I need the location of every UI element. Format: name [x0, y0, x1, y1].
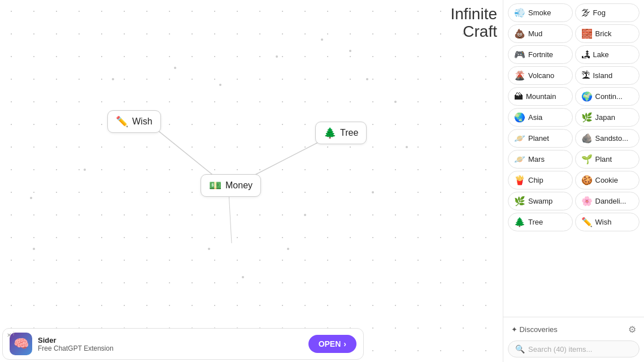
- discoveries-label: ✦ Discoveries: [511, 325, 558, 334]
- sidebar-item-tree[interactable]: 🌲Tree: [508, 213, 573, 231]
- search-bar[interactable]: 🔍: [508, 341, 639, 357]
- node-wish-emoji: ✏️: [116, 115, 128, 128]
- canvas-area[interactable]: Infinite Craft: [0, 0, 503, 362]
- sidebar-item-label: Mud: [528, 29, 542, 38]
- sidebar-item-mars[interactable]: 🪐Mars: [508, 150, 573, 169]
- sidebar-item-wish[interactable]: ✏️Wish: [575, 213, 640, 231]
- sidebar-item-label: Wish: [595, 218, 612, 226]
- sidebar-item-asia[interactable]: 🌏Asia: [508, 108, 573, 127]
- sidebar: 💨Smoke🌫Fog💩Mud🧱Brick🎮Fortnite🏞Lake🌋Volca…: [503, 0, 644, 362]
- search-icon: 🔍: [515, 344, 525, 354]
- sidebar-item-brick[interactable]: 🧱Brick: [575, 24, 640, 43]
- sidebar-item-smoke[interactable]: 💨Smoke: [508, 3, 573, 22]
- sidebar-item-emoji: 🎮: [514, 49, 525, 60]
- app-container: Infinite Craft: [0, 0, 644, 362]
- sidebar-item-label: Chip: [528, 176, 543, 184]
- svg-point-13: [30, 197, 32, 199]
- sidebar-item-label: Cookie: [595, 176, 618, 184]
- sidebar-item-label: Plant: [595, 155, 612, 163]
- sidebar-footer: ✦ Discoveries ⚙ 🔍: [503, 317, 644, 362]
- node-money-emoji: 💵: [209, 179, 221, 192]
- sidebar-item-dandeli[interactable]: 🌸Dandeli...: [575, 192, 640, 210]
- sidebar-item-label: Mars: [528, 155, 545, 163]
- sidebar-row-9: 🌿Swamp🌸Dandeli...: [508, 192, 639, 210]
- sidebar-item-label: Mountain: [526, 92, 556, 101]
- sidebar-item-mud[interactable]: 💩Mud: [508, 24, 573, 43]
- sidebar-item-emoji: 🏝: [581, 71, 590, 81]
- ad-text: Sider Free ChatGPT Extension: [38, 336, 303, 352]
- sidebar-item-fortnite[interactable]: 🎮Fortnite: [508, 45, 573, 64]
- sidebar-item-label: Smoke: [528, 8, 551, 17]
- logo-area: Infinite Craft: [451, 6, 498, 41]
- sidebar-items-list[interactable]: 💨Smoke🌫Fog💩Mud🧱Brick🎮Fortnite🏞Lake🌋Volca…: [503, 0, 644, 317]
- svg-point-18: [219, 84, 221, 86]
- sidebar-item-label: Planet: [528, 134, 549, 143]
- settings-icon[interactable]: ⚙: [628, 324, 636, 335]
- node-money-label: Money: [225, 180, 253, 191]
- ad-close-button[interactable]: ✕: [5, 331, 13, 339]
- sidebar-item-label: Dandeli...: [595, 197, 626, 205]
- sidebar-item-label: Volcano: [528, 71, 554, 80]
- sidebar-item-emoji: 🍟: [514, 175, 525, 186]
- search-input[interactable]: [528, 345, 632, 354]
- ad-open-button[interactable]: OPEN ›: [308, 335, 356, 353]
- sidebar-item-sandsto[interactable]: 🪨Sandsto...: [575, 129, 640, 148]
- sidebar-item-emoji: 🌍: [581, 91, 593, 102]
- ad-banner: ✕ i 🧠 Sider Free ChatGPT Extension OPEN …: [2, 328, 364, 360]
- sidebar-row-7: 🪐Mars🌱Plant: [508, 150, 639, 169]
- sidebar-item-fog[interactable]: 🌫Fog: [575, 3, 640, 22]
- logo-line2: Craft: [451, 23, 498, 41]
- node-tree[interactable]: 🌲 Tree: [315, 122, 367, 144]
- sidebar-item-emoji: 🌿: [581, 112, 593, 123]
- sidebar-item-lake[interactable]: 🏞Lake: [575, 45, 640, 64]
- ad-subtitle: Free ChatGPT Extension: [38, 344, 303, 352]
- sidebar-item-emoji: 🌸: [581, 196, 593, 206]
- sidebar-item-label: Swamp: [528, 197, 552, 205]
- svg-point-14: [33, 248, 35, 250]
- sidebar-item-plant[interactable]: 🌱Plant: [575, 150, 640, 169]
- ad-info-label: i: [13, 331, 14, 337]
- sidebar-item-planet[interactable]: 🪐Planet: [508, 129, 573, 148]
- logo-title: Infinite Craft: [451, 6, 498, 41]
- sidebar-row-0: 💨Smoke🌫Fog: [508, 3, 639, 22]
- svg-point-3: [276, 55, 278, 58]
- svg-point-2: [174, 67, 176, 69]
- sidebar-item-label: Sandsto...: [595, 134, 629, 143]
- logo-line1: Infinite: [451, 6, 498, 23]
- svg-line-19: [229, 192, 232, 243]
- sidebar-item-emoji: 💨: [514, 7, 525, 18]
- svg-point-7: [372, 191, 374, 193]
- node-money[interactable]: 💵 Money: [201, 174, 261, 197]
- svg-point-17: [321, 38, 323, 41]
- sidebar-item-island[interactable]: 🏝Island: [575, 66, 640, 85]
- sidebar-item-label: Contin...: [595, 92, 623, 101]
- sidebar-row-4: 🏔Mountain🌍Contin...: [508, 87, 639, 106]
- sidebar-item-emoji: 🪨: [581, 133, 593, 144]
- sidebar-item-emoji: 🪐: [514, 154, 525, 165]
- sidebar-item-swamp[interactable]: 🌿Swamp: [508, 192, 573, 210]
- sidebar-item-label: Lake: [593, 50, 609, 59]
- sidebar-item-emoji: 💩: [514, 28, 525, 39]
- sidebar-row-1: 💩Mud🧱Brick: [508, 24, 639, 43]
- ad-brand-name: Sider: [38, 336, 303, 344]
- sidebar-row-10: 🌲Tree✏️Wish: [508, 213, 639, 231]
- sidebar-item-cookie[interactable]: 🍪Cookie: [575, 171, 640, 189]
- sidebar-item-label: Island: [593, 71, 613, 80]
- sidebar-item-emoji: 🌋: [514, 70, 525, 81]
- sidebar-item-mountain[interactable]: 🏔Mountain: [508, 87, 573, 106]
- sidebar-item-emoji: 🏔: [514, 92, 523, 102]
- sidebar-item-chip[interactable]: 🍟Chip: [508, 171, 573, 189]
- node-wish[interactable]: ✏️ Wish: [107, 110, 161, 133]
- sidebar-item-label: Asia: [528, 113, 542, 122]
- svg-point-4: [366, 78, 368, 80]
- sidebar-item-label: Fog: [593, 8, 606, 17]
- sidebar-item-contin[interactable]: 🌍Contin...: [575, 87, 640, 106]
- node-wish-label: Wish: [132, 117, 153, 127]
- sidebar-item-label: Japan: [595, 113, 615, 122]
- sidebar-item-label: Tree: [528, 218, 543, 226]
- sidebar-item-japan[interactable]: 🌿Japan: [575, 108, 640, 127]
- node-tree-label: Tree: [340, 128, 358, 138]
- sidebar-item-emoji: 🌲: [514, 217, 525, 227]
- sidebar-item-volcano[interactable]: 🌋Volcano: [508, 66, 573, 85]
- sidebar-row-8: 🍟Chip🍪Cookie: [508, 171, 639, 189]
